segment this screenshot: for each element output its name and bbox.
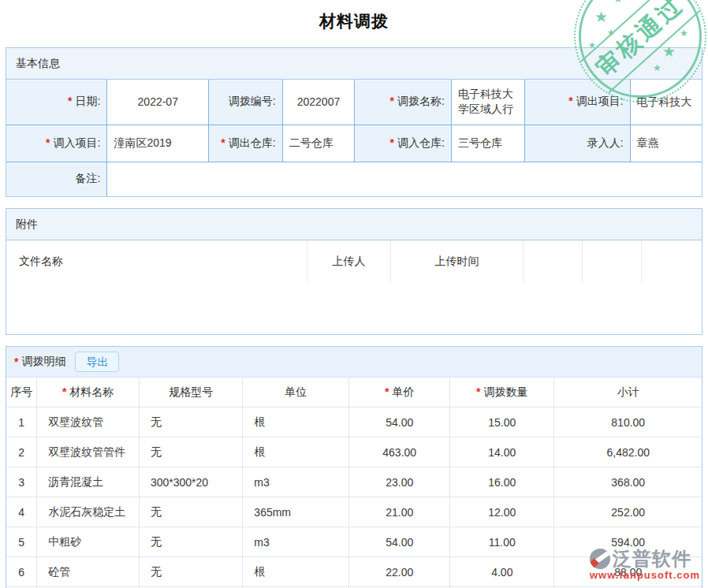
cell-qty: 12.00 [450,497,554,527]
out-warehouse-label: *调出仓库: [209,125,282,162]
details-row: 3沥青混凝土300*300*20m323.0016.00368.00 [6,467,702,497]
details-column-header-seq: 序号 [6,378,37,408]
in-warehouse-label: *调入仓库: [355,125,452,162]
export-button[interactable]: 导出 [75,352,119,373]
cell-qty: 14.00 [450,437,554,467]
required-asterisk: * [221,136,225,149]
cell-subtotal: 368.00 [554,467,702,497]
basic-info-row: 备注: [6,162,702,196]
cell-price: 54.00 [349,408,450,437]
attachments-section: 附件 文件名称上传人上传时间 [6,208,702,335]
in-project-label: *调入项目: [6,125,107,162]
date-value: 2022-07 [107,80,209,125]
page-title: 材料调拨 [0,10,708,32]
required-asterisk: * [385,385,389,398]
details-row: 1双壁波纹管无根54.0015.00810.00 [6,408,702,437]
cell-seq: 1 [6,408,37,437]
details-row: 2双壁波纹管管件无根463.0014.006,482.00 [6,437,702,467]
page: 材料调拨 基本信息 *日期:2022-07调拨编号:2022007*调拨名称:电… [0,0,708,588]
transfer-no-value: 2022007 [282,80,355,125]
cell-qty: 16.00 [450,467,554,497]
cell-unit: 根 [243,557,349,587]
cell-subtotal: 810.00 [554,408,702,437]
cell-price: 463.00 [349,437,450,467]
cell-subtotal: 6,482.00 [554,437,702,467]
cell-seq: 4 [6,497,37,527]
cell-unit: 根 [243,408,349,437]
in-warehouse-value: 三号仓库 [451,125,524,162]
attachments-empty-body [6,282,702,334]
details-section-title: 调拨明细 [21,355,65,369]
vendor-logo-icon [590,549,610,569]
transfer-name-label: *调拨名称: [355,80,452,125]
details-column-header-unit: 单位 [243,378,349,408]
cell-qty: 4.00 [450,557,554,587]
cell-price: 54.00 [349,527,450,557]
cell-seq: 2 [6,437,37,467]
attachments-header-row: 文件名称上传人上传时间 [6,240,702,282]
cell-unit: 根 [243,437,349,467]
attachments-column-header [523,240,582,282]
cell-price: 22.00 [349,557,450,587]
attachments-column-header: 上传人 [307,240,391,282]
details-column-header-material: *材料名称 [37,378,140,408]
attachments-table: 文件名称上传人上传时间 [6,240,702,282]
required-asterisk: * [46,136,50,149]
in-project-value: 潼南区2019 [107,125,209,162]
cell-material: 沥青混凝土 [37,467,140,497]
vendor-url: www.fanpusoft.com [590,569,700,581]
cell-unit: m3 [243,527,349,557]
cell-unit: 365mm [243,497,349,527]
cell-seq: 3 [6,467,37,497]
required-asterisk: * [62,385,66,398]
remark-value [107,162,702,196]
required-asterisk: * [568,95,572,107]
cell-spec: 无 [139,557,242,587]
required-asterisk: * [68,95,72,107]
cell-spec: 300*300*20 [139,467,242,497]
recorder-value: 章燕 [630,125,702,162]
cell-spec: 无 [139,408,242,437]
required-asterisk: * [390,136,394,149]
cell-material: 水泥石灰稳定土 [37,497,140,527]
attachments-column-header [582,240,641,282]
date-label: *日期: [6,80,107,125]
out-warehouse-value: 二号仓库 [282,125,355,162]
attachments-column-header [641,240,702,282]
details-column-header-spec: 规格型号 [139,378,242,408]
cell-material: 双壁波纹管 [37,408,140,437]
details-row: 4水泥石灰稳定土无365mm21.0012.00252.00 [6,497,702,527]
cell-spec: 无 [139,497,242,527]
cell-material: 中粗砂 [37,527,140,557]
attachments-column-header: 文件名称 [6,240,307,282]
recorder-label: 录入人: [525,125,630,162]
details-column-header-price: *单价 [349,378,450,408]
cell-unit: m3 [243,467,349,497]
basic-info-table: *日期:2022-07调拨编号:2022007*调拨名称:电子科技大学区域人行*… [6,80,702,196]
cell-material: 砼管 [37,557,140,587]
cell-material: 双壁波纹管管件 [37,437,140,467]
required-asterisk: * [14,355,18,368]
required-asterisk: * [390,95,394,107]
details-column-header-qty: *调拨数量 [450,378,554,408]
cell-spec: 无 [139,527,242,557]
basic-info-row: *调入项目:潼南区2019*调出仓库:二号仓库*调入仓库:三号仓库录入人:章燕 [6,125,702,162]
cell-spec: 无 [139,437,242,467]
cell-price: 23.00 [349,467,450,497]
cell-price: 21.00 [349,497,450,527]
star-icon: ★ [613,0,623,4]
details-column-header-subtotal: 小计 [554,378,702,408]
details-section-bar: * 调拨明细 导出 [6,347,702,378]
basic-info-section-title: 基本信息 [6,48,702,80]
attachments-section-title: 附件 [6,209,702,240]
details-header-row: 序号*材料名称规格型号单位*单价*调拨数量小计 [6,378,702,408]
cell-qty: 11.00 [450,527,554,557]
out-project-value: 电子科技大 [630,80,702,125]
cell-seq: 5 [6,527,37,557]
vendor-watermark: 泛普软件 www.fanpusoft.com [590,546,700,581]
transfer-no-label: 调拨编号: [209,80,282,125]
attachments-column-header: 上传时间 [391,240,524,282]
required-asterisk: * [476,385,480,398]
cell-seq: 6 [6,557,37,587]
basic-info-row: *日期:2022-07调拨编号:2022007*调拨名称:电子科技大学区域人行*… [6,80,702,125]
